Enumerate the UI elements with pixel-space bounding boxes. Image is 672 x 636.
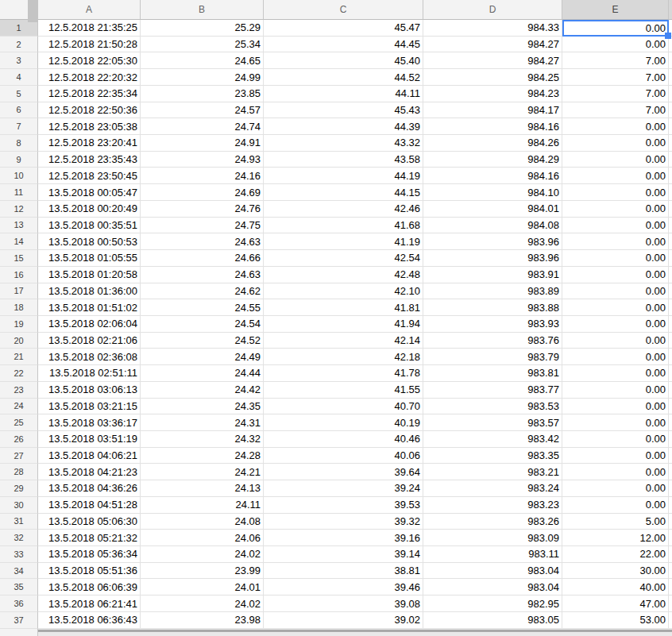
- cell-B27[interactable]: 24.28: [141, 448, 264, 464]
- cell-C32[interactable]: 39.16: [264, 530, 423, 546]
- row-header-13[interactable]: 13: [0, 218, 38, 234]
- active-cell-E1[interactable]: 0.00: [562, 20, 669, 37]
- cell-B33[interactable]: 24.02: [141, 546, 264, 563]
- cell-B18[interactable]: 24.55: [141, 299, 264, 316]
- cell-A28[interactable]: 13.5.2018 04:21:23: [38, 464, 141, 480]
- cell-E25[interactable]: 0.00: [562, 414, 669, 431]
- cell-E5[interactable]: 7.00: [562, 86, 669, 102]
- cell-E35[interactable]: 40.00: [562, 579, 669, 596]
- row-header-3[interactable]: 3: [0, 52, 38, 69]
- cell-A2[interactable]: 12.5.2018 21:50:28: [38, 37, 141, 53]
- cell-B24[interactable]: 24.35: [141, 399, 264, 415]
- cell-E13[interactable]: 0.00: [562, 218, 669, 234]
- cell-C13[interactable]: 41.68: [264, 218, 423, 234]
- cell-D6[interactable]: 984.17: [423, 102, 562, 119]
- cell-B35[interactable]: 24.01: [141, 579, 264, 596]
- cell-A25[interactable]: 13.5.2018 03:36:17: [38, 414, 141, 431]
- row-header-22[interactable]: 22: [0, 365, 38, 382]
- cell-E4[interactable]: 7.00: [562, 69, 669, 86]
- cell-D34[interactable]: 983.04: [423, 563, 562, 580]
- cell-E24[interactable]: 0.00: [562, 399, 669, 415]
- cell-C37[interactable]: 39.02: [264, 612, 423, 629]
- row-header-15[interactable]: 15: [0, 250, 38, 267]
- cell-A26[interactable]: 13.5.2018 03:51:19: [38, 431, 141, 448]
- cell-A30[interactable]: 13.5.2018 04:51:28: [38, 497, 141, 514]
- cell-E30[interactable]: 0.00: [562, 497, 669, 514]
- cell-D31[interactable]: 983.26: [423, 514, 562, 530]
- cell-D33[interactable]: 983.11: [423, 546, 562, 563]
- cell-A6[interactable]: 12.5.2018 22:50:36: [38, 102, 141, 119]
- cell-D20[interactable]: 983.76: [423, 333, 562, 349]
- cell-E29[interactable]: 0.00: [562, 480, 669, 497]
- column-header-d[interactable]: D: [423, 0, 562, 20]
- row-header-4[interactable]: 4: [0, 69, 38, 86]
- cell-C26[interactable]: 40.46: [264, 431, 423, 448]
- cell-A31[interactable]: 13.5.2018 05:06:30: [38, 514, 141, 530]
- cell-C11[interactable]: 44.15: [264, 184, 423, 201]
- cell-A12[interactable]: 13.5.2018 00:20:49: [38, 201, 141, 218]
- row-header-6[interactable]: 6: [0, 102, 38, 119]
- cell-B29[interactable]: 24.13: [141, 480, 264, 497]
- cell-C7[interactable]: 44.39: [264, 118, 423, 135]
- cell-B23[interactable]: 24.42: [141, 382, 264, 399]
- cell-B14[interactable]: 24.63: [141, 233, 264, 250]
- column-header-c[interactable]: C: [264, 0, 423, 20]
- cell-D4[interactable]: 984.25: [423, 69, 562, 86]
- cell-B4[interactable]: 24.99: [141, 69, 264, 86]
- cell-D36[interactable]: 982.95: [423, 596, 562, 612]
- row-header-17[interactable]: 17: [0, 283, 38, 300]
- cell-C19[interactable]: 41.94: [264, 316, 423, 333]
- row-header-5[interactable]: 5: [0, 86, 38, 102]
- row-header-37[interactable]: 37: [0, 612, 38, 629]
- cell-C12[interactable]: 42.46: [264, 201, 423, 218]
- cell-B15[interactable]: 24.66: [141, 250, 264, 267]
- row-header-25[interactable]: 25: [0, 414, 38, 431]
- cell-E36[interactable]: 47.00: [562, 596, 669, 612]
- cell-C18[interactable]: 41.81: [264, 299, 423, 316]
- cell-B25[interactable]: 24.31: [141, 414, 264, 431]
- row-header-2[interactable]: 2: [0, 37, 38, 53]
- cell-E37[interactable]: 53.00: [562, 612, 669, 629]
- cell-E19[interactable]: 0.00: [562, 316, 669, 333]
- row-header-32[interactable]: 32: [0, 530, 38, 546]
- cell-D16[interactable]: 983.91: [423, 267, 562, 283]
- cell-B30[interactable]: 24.11: [141, 497, 264, 514]
- cell-C8[interactable]: 43.32: [264, 135, 423, 152]
- cell-A15[interactable]: 13.5.2018 01:05:55: [38, 250, 141, 267]
- cell-E16[interactable]: 0.00: [562, 267, 669, 283]
- cell-B20[interactable]: 24.52: [141, 333, 264, 349]
- cell-D10[interactable]: 984.16: [423, 168, 562, 184]
- cell-C30[interactable]: 39.53: [264, 497, 423, 514]
- cell-A32[interactable]: 13.5.2018 05:21:32: [38, 530, 141, 546]
- row-header-26[interactable]: 26: [0, 431, 38, 448]
- cell-C6[interactable]: 45.43: [264, 102, 423, 119]
- cell-C1[interactable]: 45.47: [264, 20, 423, 37]
- cell-E32[interactable]: 12.00: [562, 530, 669, 546]
- cell-B17[interactable]: 24.62: [141, 283, 264, 300]
- cell-A11[interactable]: 13.5.2018 00:05:47: [38, 184, 141, 201]
- row-header-9[interactable]: 9: [0, 152, 38, 168]
- cell-B31[interactable]: 24.08: [141, 514, 264, 530]
- cell-B10[interactable]: 24.16: [141, 168, 264, 184]
- cell-A5[interactable]: 12.5.2018 22:35:34: [38, 86, 141, 102]
- cell-B9[interactable]: 24.93: [141, 152, 264, 168]
- cell-B37[interactable]: 23.98: [141, 612, 264, 629]
- cell-D1[interactable]: 984.33: [423, 20, 562, 37]
- cell-D9[interactable]: 984.29: [423, 152, 562, 168]
- cell-B26[interactable]: 24.32: [141, 431, 264, 448]
- cell-C4[interactable]: 44.52: [264, 69, 423, 86]
- row-header-29[interactable]: 29: [0, 480, 38, 497]
- cell-D3[interactable]: 984.27: [423, 52, 562, 69]
- cell-B22[interactable]: 24.44: [141, 365, 264, 382]
- cell-E18[interactable]: 0.00: [562, 299, 669, 316]
- cell-A1[interactable]: 12.5.2018 21:35:25: [38, 20, 141, 37]
- cell-D28[interactable]: 983.21: [423, 464, 562, 480]
- cell-E23[interactable]: 0.00: [562, 382, 669, 399]
- cell-A36[interactable]: 13.5.2018 06:21:41: [38, 596, 141, 612]
- cell-B32[interactable]: 24.06: [141, 530, 264, 546]
- cell-B12[interactable]: 24.76: [141, 201, 264, 218]
- cell-C3[interactable]: 45.40: [264, 52, 423, 69]
- row-header-18[interactable]: 18: [0, 299, 38, 316]
- cell-C10[interactable]: 44.19: [264, 168, 423, 184]
- cell-E2[interactable]: 0.00: [562, 37, 669, 53]
